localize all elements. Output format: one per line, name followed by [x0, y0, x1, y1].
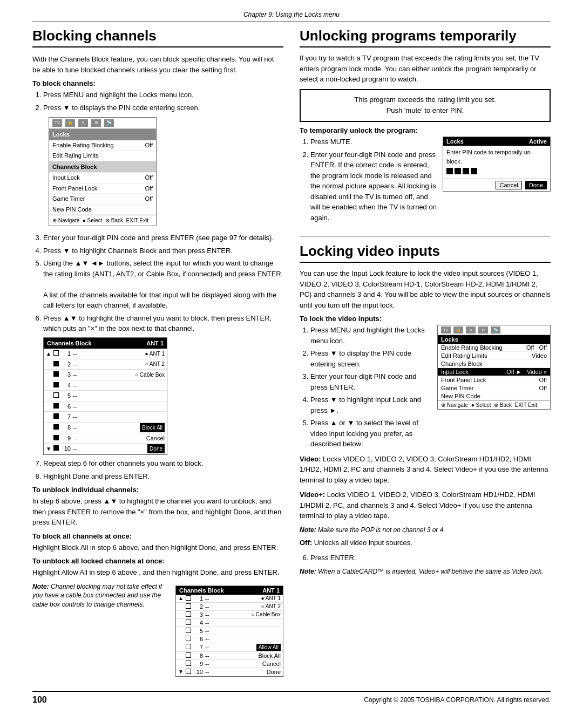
- cb-row-9: 9--Cancel: [44, 433, 167, 444]
- cb2-row-5: 5--: [176, 627, 283, 635]
- lv-lock-icon: 🔒: [453, 326, 463, 334]
- to-block-all: Highlight Block All in step 6 above, and…: [32, 542, 283, 553]
- to-block-steps: Press MENU and highlight the Locks menu …: [43, 90, 283, 481]
- la-header: Locks Active: [443, 137, 550, 146]
- program-lock-line1: This program exceeds the rating limit yo…: [307, 94, 543, 106]
- cb2-row-10: ▼10--Done: [176, 668, 283, 676]
- cb-row-5: 5--: [44, 391, 167, 402]
- to-unblock-individual: In step 6 above, press ▲▼ to highlight t…: [32, 496, 283, 528]
- menu-row-game-timer: Game TimerOff: [49, 194, 156, 205]
- note-cablecard: Note: When a CableCARD™ is inserted, Vid…: [300, 567, 551, 576]
- lv-step-3: Enter your four-digit PIN code and press…: [310, 371, 432, 392]
- step-2: Press ▼ to displays the PIN code enterin…: [43, 103, 283, 231]
- menu-row-enable-rating: Enable Rating BlockingOff: [49, 140, 156, 151]
- channels-block-table-2: Channels BlockANT 1 ▲1--● ANT 1 2--○ ANT…: [175, 586, 283, 677]
- pin-dot-3: [463, 168, 469, 174]
- menu-nav: ⊕ Navigate ● Select ⊗ Back EXIT Exit: [49, 215, 156, 226]
- lv-step-2: Press ▼ to display the PIN code entering…: [310, 348, 432, 369]
- unlock-step-2: Enter your four-digit PIN code and press…: [310, 149, 437, 223]
- blocking-channels-title: Blocking channels: [32, 28, 283, 47]
- cb2-row-8: 8--Block All: [176, 652, 283, 660]
- lv-tv-icon: TV: [441, 326, 451, 334]
- lv-step-1: Press MENU and highlight the Locks menu …: [310, 325, 432, 346]
- step-1: Press MENU and highlight the Locks menu …: [43, 90, 283, 100]
- la-body: Enter PIN code to temporaily un-block.: [443, 146, 550, 179]
- cancel-button[interactable]: Cancel: [496, 181, 521, 189]
- la-buttons: Cancel Done: [443, 179, 550, 191]
- cb-row-8: 8--Block All: [44, 423, 167, 433]
- note-pop: Note: Make sure the POP is not on channe…: [300, 526, 551, 535]
- cb-row-6: 6--: [44, 402, 167, 412]
- step-8: Highlight Done and press ENTER.: [43, 471, 283, 482]
- unlocking-programs-title: Unlocking programs temporarily: [300, 28, 551, 47]
- pin-dot-2: [455, 168, 461, 174]
- lv-row-input-lock: Input LockOff ► Video »: [438, 368, 550, 376]
- lv-row-front-panel: Front Panel LockOff: [438, 376, 550, 384]
- step-7: Repeat step 6 for other channels you wan…: [43, 458, 283, 469]
- lv-list-icon: ≡: [466, 326, 476, 334]
- menu-icons: TV 🔒 ≡ ⚙ 📡: [49, 118, 156, 129]
- done-button[interactable]: Done: [525, 181, 547, 189]
- menu-row-channels-block: Channels Block: [49, 161, 156, 173]
- to-unblock-all: Highlight Allow All in step 6 above , an…: [32, 567, 283, 578]
- cb2-row-1: ▲1--● ANT 1: [176, 595, 283, 603]
- menu-row-input-lock: Input LockOff: [49, 173, 156, 183]
- to-unblock-all-label: To unblock all locked channels at once:: [32, 557, 283, 565]
- locks-menu-title: Locks: [49, 129, 156, 140]
- right-column: Unlocking programs temporarily If you tr…: [300, 28, 551, 680]
- channels-block-table-1: Channels BlockANT 1 ▲1--● ANT 1 2--○ ANT…: [43, 337, 167, 455]
- lv-row-game-timer: Game TimerOff: [438, 384, 550, 392]
- page: Chapter 9: Using the Locks menu Blocking…: [0, 0, 583, 728]
- to-temp-unlock-steps: Press MUTE. Enter your four-digit PIN co…: [310, 137, 437, 225]
- locks-active-box: Locks Active Enter PIN code to temporail…: [443, 137, 551, 192]
- tv-icon: TV: [52, 119, 62, 127]
- unlocking-intro: If you try to watch a TV program that ex…: [300, 53, 551, 85]
- cb-row-7: 7--: [44, 412, 167, 423]
- cb2-row-9: 9--Cancel: [176, 660, 283, 668]
- locking-video-title: Locking video inputs: [300, 243, 551, 263]
- cb2-row-2: 2--○ ANT 2: [176, 603, 283, 611]
- cb-row-3: 3--○ Cable Box: [44, 370, 167, 380]
- lock-icon: 🔒: [65, 119, 75, 127]
- step-3: Enter your four-digit PIN code and press…: [43, 233, 283, 243]
- program-lock-box: This program exceeds the rating limit yo…: [300, 89, 551, 123]
- program-lock-line2: Push 'mute' to enter PIN.: [307, 105, 543, 117]
- lv-row-edit: Edit Rating LimitsVideo: [438, 352, 550, 360]
- cb-row-10: ▼10--Done: [44, 444, 167, 454]
- lv-row-channels: Channels Block: [438, 360, 550, 368]
- cb-row-2: 2--○ ANT 2: [44, 359, 167, 370]
- off-desc: Off: Unlocks all video input sources.: [300, 538, 551, 548]
- lv-step-4: Press ▼ to highlight Input Lock and pres…: [310, 394, 432, 416]
- cb-row-4: 4--: [44, 380, 167, 391]
- lv-step-5: Press ▲ or ▼ to select the level of vide…: [310, 418, 432, 450]
- locks-menu: TV 🔒 ≡ ⚙ 📡 Locks Enable Rating BlockingO…: [49, 117, 157, 226]
- cb2-row-4: 4--: [176, 619, 283, 627]
- to-block-all-label: To block all channels at once:: [32, 532, 283, 540]
- locking-video-intro: You can use the Input Lock feature to lo…: [300, 268, 551, 310]
- locks-video-menu: TV 🔒 ≡ ⚙ 📡 Locks Enable Rating BlockingO…: [437, 325, 551, 410]
- cb-header-2: Channels BlockANT 1: [176, 586, 283, 595]
- lv-gear-icon: ⚙: [478, 326, 488, 334]
- lv-step-6: Press ENTER.: [310, 553, 551, 563]
- copyright: Copyright © 2005 TOSHIBA CORPORATION. Al…: [364, 696, 551, 704]
- la-status: Active: [529, 138, 547, 145]
- cb-row-1: ▲1--● ANT 1: [44, 349, 167, 359]
- note-channel-blocking: Note: Channel blocking may not take effe…: [32, 582, 170, 609]
- video-plus-desc: Video+: Locks VIDEO 1, VIDEO 2, VIDEO 3,…: [300, 489, 551, 521]
- cb2-row-3: 3--○ Cable Box: [176, 611, 283, 619]
- unlock-step-1: Press MUTE.: [310, 137, 437, 147]
- cb-header-1: Channels BlockANT 1: [44, 338, 167, 349]
- menu-row-edit-rating: Edit Rating Limits: [49, 151, 156, 161]
- lv-nav: ⊕ Navigate ● Select ⊗ Back EXIT Exit: [438, 400, 550, 409]
- la-title: Locks: [446, 138, 464, 145]
- lv-row-enable: Enable Rating BlockingOff Off: [438, 344, 550, 352]
- pin-dots: [446, 168, 547, 174]
- lv-ant-icon: 📡: [491, 326, 500, 334]
- lv-step-6-list: Press ENTER.: [310, 553, 551, 563]
- video-desc: Video: Locks VIDEO 1, VIDEO 2, VIDEO 3, …: [300, 454, 551, 486]
- step-6: Press ▲▼ to highlight the channel you wa…: [43, 313, 283, 455]
- antenna-icon: 📡: [104, 119, 114, 127]
- divider: [300, 236, 551, 236]
- lv-header: Locks: [438, 335, 550, 344]
- list-icon: ≡: [78, 119, 88, 127]
